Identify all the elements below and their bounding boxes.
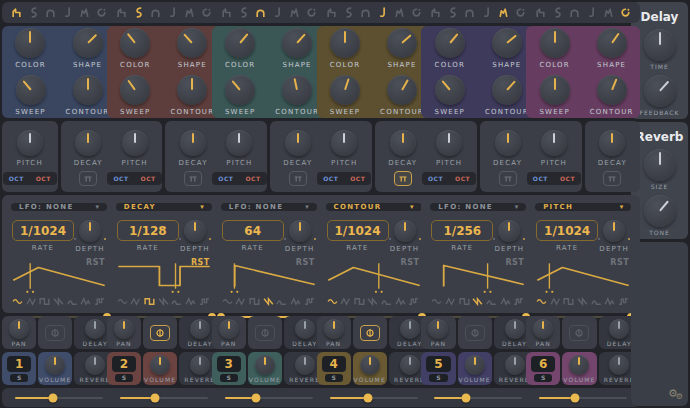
- wave-random-steps-icon[interactable]: [408, 297, 420, 306]
- phase-invert-button[interactable]: [150, 325, 170, 341]
- wave-random-steps-icon[interactable]: [199, 297, 211, 306]
- wave-triangle-icon[interactable]: [130, 297, 142, 306]
- pitch-knob[interactable]: [541, 130, 567, 156]
- delay-send-knob[interactable]: [85, 319, 105, 339]
- shape-knob[interactable]: [177, 28, 207, 58]
- volume-knob[interactable]: [45, 355, 65, 375]
- instrument-icon-6[interactable]: [515, 7, 526, 18]
- instrument-icon-3[interactable]: [255, 7, 266, 18]
- delay-send-knob[interactable]: [609, 319, 629, 339]
- instrument-icon-3[interactable]: [150, 7, 161, 18]
- instrument-icon-2[interactable]: [343, 7, 354, 18]
- pitch-knob[interactable]: [122, 130, 148, 156]
- color-knob[interactable]: [120, 28, 150, 58]
- solo-button[interactable]: S: [534, 374, 552, 382]
- sweep-knob[interactable]: [225, 75, 255, 105]
- color-knob[interactable]: [225, 28, 255, 58]
- shape-knob[interactable]: [597, 28, 627, 58]
- pitch-knob[interactable]: [436, 130, 462, 156]
- channel-level-slider-handle[interactable]: [462, 394, 471, 403]
- solo-button[interactable]: S: [10, 374, 28, 382]
- wave-saw-down-icon[interactable]: [472, 297, 484, 306]
- wave-saw-down-icon[interactable]: [53, 297, 65, 306]
- lfo-depth-knob[interactable]: [603, 220, 625, 242]
- oct-up-button[interactable]: OCT: [554, 172, 581, 185]
- wave-peak-icon[interactable]: [500, 297, 512, 306]
- solo-button[interactable]: S: [429, 374, 447, 382]
- delay-time-knob[interactable]: [644, 29, 676, 61]
- instrument-icon-6[interactable]: [96, 7, 107, 18]
- instrument-icon-6[interactable]: [411, 7, 422, 18]
- color-knob[interactable]: [15, 28, 45, 58]
- instrument-icon-5[interactable]: [394, 7, 405, 18]
- lfo-rate-display[interactable]: 64: [222, 220, 284, 241]
- wave-saw-up-icon[interactable]: [171, 297, 183, 306]
- wave-random-steps-icon[interactable]: [513, 297, 525, 306]
- instrument-icon-3[interactable]: [45, 7, 56, 18]
- contour-knob[interactable]: [73, 75, 103, 105]
- delay-send-knob[interactable]: [400, 319, 420, 339]
- reverb-send-knob[interactable]: [295, 355, 315, 375]
- decay-envelope-mode-button[interactable]: [289, 171, 307, 186]
- pan-knob[interactable]: [219, 319, 239, 339]
- lfo-reset-toggle[interactable]: RST: [191, 258, 210, 267]
- instrument-icon-1[interactable]: [11, 7, 22, 18]
- oct-up-button[interactable]: OCT: [30, 172, 57, 185]
- instrument-icon-1[interactable]: [326, 7, 337, 18]
- wave-triangle-icon[interactable]: [235, 297, 247, 306]
- instrument-icon-1[interactable]: [221, 7, 232, 18]
- lfo-rate-display[interactable]: 1/1024: [327, 220, 389, 241]
- phase-invert-button[interactable]: [569, 325, 589, 341]
- solo-button[interactable]: S: [115, 374, 133, 382]
- oct-down-button[interactable]: OCT: [422, 172, 449, 185]
- instrument-icon-4[interactable]: [62, 7, 73, 18]
- channel-level-slider[interactable]: [330, 393, 418, 402]
- reverb-send-knob[interactable]: [505, 355, 525, 375]
- volume-knob[interactable]: [360, 355, 380, 375]
- delay-send-knob[interactable]: [295, 319, 315, 339]
- pan-knob[interactable]: [9, 319, 29, 339]
- contour-knob[interactable]: [387, 75, 417, 105]
- lfo-rate-display[interactable]: 1/256: [431, 220, 493, 241]
- lfo-rate-display[interactable]: 1/128: [117, 220, 179, 241]
- pan-knob[interactable]: [428, 319, 448, 339]
- channel-level-slider[interactable]: [120, 393, 208, 402]
- volume-knob[interactable]: [465, 355, 485, 375]
- shape-knob[interactable]: [492, 28, 522, 58]
- instrument-icon-3[interactable]: [569, 7, 580, 18]
- wave-peak-icon[interactable]: [185, 297, 197, 306]
- instrument-icon-1[interactable]: [535, 7, 546, 18]
- contour-knob[interactable]: [492, 75, 522, 105]
- pitch-knob[interactable]: [226, 130, 252, 156]
- delay-feedback-knob[interactable]: [644, 75, 676, 107]
- wave-saw-down-icon[interactable]: [158, 297, 170, 306]
- wave-saw-down-icon[interactable]: [577, 297, 589, 306]
- channel-level-slider-handle[interactable]: [252, 394, 261, 403]
- wave-square-icon[interactable]: [144, 297, 156, 306]
- sweep-knob[interactable]: [16, 75, 46, 105]
- oct-down-button[interactable]: OCT: [527, 172, 554, 185]
- decay-envelope-mode-button[interactable]: [79, 171, 97, 186]
- instrument-icon-2[interactable]: [552, 7, 563, 18]
- instrument-icon-4[interactable]: [167, 7, 178, 18]
- instrument-icon-4[interactable]: [272, 7, 283, 18]
- instrument-icon-1[interactable]: [116, 7, 127, 18]
- color-knob[interactable]: [330, 28, 360, 58]
- instrument-icon-3[interactable]: [360, 7, 371, 18]
- delay-send-knob[interactable]: [190, 319, 210, 339]
- lfo-rate-display[interactable]: 1/1024: [536, 220, 598, 241]
- reverb-send-knob[interactable]: [609, 355, 629, 375]
- sweep-knob[interactable]: [435, 75, 465, 105]
- lfo-reset-toggle[interactable]: RST: [86, 258, 105, 267]
- lfo-depth-knob[interactable]: [289, 220, 311, 242]
- wave-square-icon[interactable]: [39, 297, 51, 306]
- instrument-icon-1[interactable]: [430, 7, 441, 18]
- wave-square-icon[interactable]: [459, 297, 471, 306]
- reverb-tone-knob[interactable]: [644, 195, 676, 227]
- wave-peak-icon[interactable]: [290, 297, 302, 306]
- decay-envelope-mode-button[interactable]: [499, 171, 517, 186]
- wave-saw-up-icon[interactable]: [591, 297, 603, 306]
- shape-knob[interactable]: [387, 28, 417, 58]
- oct-down-button[interactable]: OCT: [317, 172, 344, 185]
- settings-gear-icon[interactable]: ⚙⚙: [668, 387, 681, 401]
